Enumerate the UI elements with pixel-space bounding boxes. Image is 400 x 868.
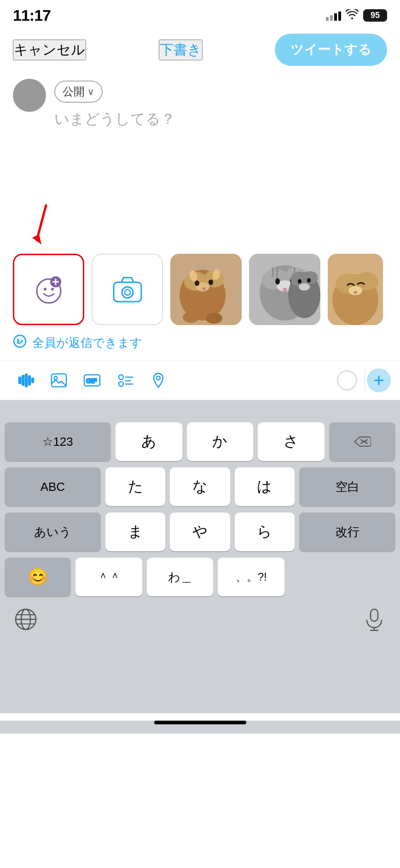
key-punct[interactable]: 、。?!: [218, 558, 284, 596]
key-a[interactable]: あ: [116, 422, 182, 461]
home-indicator: [154, 721, 246, 724]
svg-rect-46: [25, 374, 27, 387]
svg-point-28: [275, 278, 280, 285]
keyboard-row-2: ABC た な は 空白: [5, 467, 395, 506]
svg-point-4: [51, 288, 54, 291]
photo-thumbnail-2[interactable]: [249, 254, 320, 325]
svg-rect-8: [114, 282, 141, 302]
svg-rect-49: [52, 374, 66, 387]
key-emoji[interactable]: 😊: [5, 558, 71, 596]
media-gif-button[interactable]: [13, 254, 84, 325]
svg-point-18: [195, 280, 199, 286]
keyboard-bottom: [5, 603, 395, 649]
key-ha[interactable]: は: [235, 467, 295, 506]
svg-marker-1: [32, 234, 41, 245]
svg-point-53: [119, 375, 123, 379]
photo-thumbnail-3[interactable]: [328, 254, 383, 325]
char-count-circle: [337, 370, 357, 390]
reply-setting-text: 全員が返信できます: [32, 335, 142, 351]
keyboard-row-3: あいう ま や ら 改行: [5, 513, 395, 551]
mic-icon: [362, 607, 386, 631]
svg-line-0: [37, 205, 46, 240]
svg-point-54: [119, 382, 123, 386]
compose-area: 公開 ∨ いまどうしてる？: [0, 73, 400, 129]
svg-point-20: [202, 287, 206, 290]
poll-icon: [116, 372, 134, 389]
svg-point-21: [183, 312, 199, 323]
key-ra[interactable]: ら: [235, 513, 295, 551]
audio-wave-button[interactable]: [9, 367, 42, 394]
reply-icon: [13, 334, 27, 351]
mic-button[interactable]: [362, 607, 386, 635]
svg-point-30: [283, 288, 287, 291]
status-bar: 11:17 95: [0, 0, 400, 28]
poll-button[interactable]: [109, 367, 142, 394]
svg-point-58: [157, 376, 160, 380]
svg-point-22: [206, 313, 222, 324]
reply-setting[interactable]: 全員が返信できます: [0, 325, 400, 361]
key-ka[interactable]: か: [187, 422, 253, 461]
draft-button[interactable]: 下書き: [159, 40, 203, 60]
key-backspace[interactable]: [329, 422, 395, 461]
location-button[interactable]: [142, 367, 175, 394]
key-ya[interactable]: や: [170, 513, 230, 551]
svg-rect-47: [29, 376, 30, 385]
globe-button[interactable]: [14, 607, 38, 635]
avatar: [13, 79, 46, 112]
key-caret[interactable]: ＾＾: [75, 558, 142, 596]
location-icon: [150, 372, 167, 389]
globe-icon: [14, 607, 38, 631]
svg-point-10: [125, 290, 130, 295]
key-abc[interactable]: ABC: [5, 467, 101, 506]
photo-thumbnail-1[interactable]: [170, 254, 242, 325]
gif-add-icon: [33, 274, 65, 306]
svg-point-43: [14, 335, 26, 347]
svg-rect-45: [22, 375, 24, 385]
key-space[interactable]: 空白: [299, 467, 395, 506]
svg-rect-48: [32, 378, 34, 383]
backspace-icon: [354, 435, 371, 448]
compose-spacer: [0, 129, 400, 231]
toolbar: GIF: [0, 361, 400, 400]
key-num[interactable]: ☆123: [5, 422, 111, 461]
svg-rect-68: [371, 609, 378, 621]
svg-point-42: [354, 291, 357, 294]
camera-button[interactable]: [92, 254, 163, 325]
wifi-icon: [346, 9, 359, 22]
svg-point-34: [299, 283, 310, 291]
svg-text:GIF: GIF: [86, 377, 97, 384]
key-ma[interactable]: ま: [105, 513, 165, 551]
plus-icon: [372, 374, 385, 387]
compose-placeholder[interactable]: いまどうしてる？: [54, 109, 387, 129]
chevron-down-icon: ∨: [87, 86, 94, 97]
status-icons: 95: [326, 9, 387, 22]
image-icon: [50, 372, 68, 389]
tweet-button[interactable]: ツイートする: [275, 34, 387, 66]
gif-button[interactable]: GIF: [75, 367, 109, 394]
audio-wave-icon: [17, 372, 35, 389]
image-button[interactable]: [42, 367, 75, 394]
svg-point-3: [44, 288, 46, 291]
svg-point-35: [298, 279, 301, 284]
toolbar-divider: [365, 369, 365, 391]
audience-selector[interactable]: 公開 ∨: [54, 81, 103, 103]
cancel-button[interactable]: キャンセル: [13, 40, 86, 60]
top-nav: キャンセル 下書き ツイートする: [0, 28, 400, 73]
status-time: 11:17: [13, 6, 51, 24]
key-na[interactable]: な: [170, 467, 230, 506]
key-wa[interactable]: わ＿: [147, 558, 213, 596]
key-aiueo[interactable]: あいう: [5, 513, 101, 551]
camera-icon: [111, 276, 144, 303]
svg-rect-44: [19, 377, 21, 384]
add-tweet-button[interactable]: [367, 368, 391, 392]
svg-point-9: [122, 287, 133, 298]
keyboard-row-4: 😊 ＾＾ わ＿ 、。?!: [5, 558, 395, 596]
compose-right: 公開 ∨ いまどうしてる？: [54, 79, 387, 129]
keyboard-row-1: ☆123 あ か さ: [5, 422, 395, 461]
svg-point-36: [307, 278, 311, 283]
key-ta[interactable]: た: [105, 467, 165, 506]
key-enter[interactable]: 改行: [299, 513, 395, 551]
key-sa[interactable]: さ: [258, 422, 324, 461]
svg-point-19: [209, 280, 213, 285]
signal-icon: [326, 11, 341, 21]
